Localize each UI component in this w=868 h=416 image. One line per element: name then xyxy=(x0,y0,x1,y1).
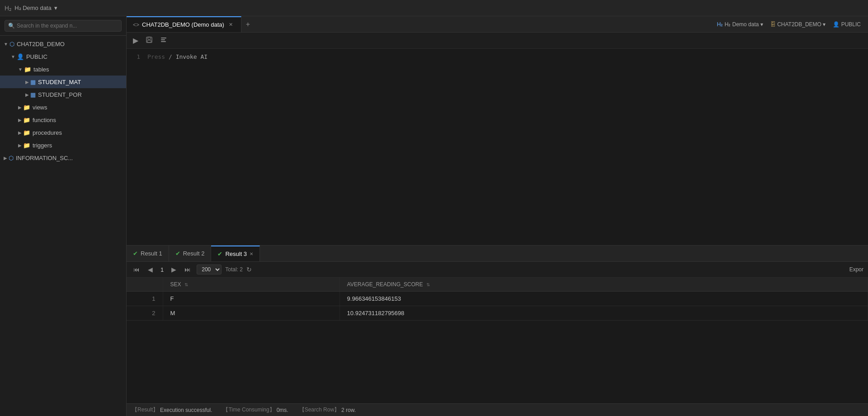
cell-rownum-1: 1 xyxy=(127,292,163,306)
tab-label: CHAT2DB_DEMO (Demo data) xyxy=(142,21,224,28)
header-schema[interactable]: 🗄 CHAT2DB_DEMO ▾ xyxy=(770,21,826,28)
save-button[interactable] xyxy=(144,35,155,46)
col-header-sex[interactable]: SEX ⇅ xyxy=(163,278,340,292)
results-area: ✔ Result 1 ✔ Result 2 ✔ Result 3 ✕ ⏮ ◀ 1 xyxy=(127,245,868,403)
format-button[interactable] xyxy=(158,35,169,46)
prev-page-btn[interactable]: ◀ xyxy=(146,265,155,274)
sidebar-item-chat2db-demo[interactable]: ▼ ⬡ CHAT2DB_DEMO xyxy=(0,38,126,50)
sidebar-item-label: INFORMATION_SC... xyxy=(16,155,73,161)
line-numbers: 1 xyxy=(131,53,140,241)
folder-icon: 📁 xyxy=(23,142,30,149)
svg-rect-5 xyxy=(161,41,166,42)
sidebar-item-label: triggers xyxy=(33,142,52,149)
arrow-icon: ▼ xyxy=(18,67,23,72)
svg-rect-4 xyxy=(161,39,165,40)
cell-sex-2: M xyxy=(163,306,340,321)
arrow-icon: ▶ xyxy=(18,118,22,123)
status-bar: 【Result】 Execution successful. 【Time Con… xyxy=(127,403,868,416)
table-icon: ▦ xyxy=(30,79,36,85)
sidebar-item-label: functions xyxy=(33,117,56,123)
sidebar-item-label: STUDENT_POR xyxy=(38,91,82,98)
header-schema-label: CHAT2DB_DEMO xyxy=(777,21,821,28)
sidebar-item-label: STUDENT_MAT xyxy=(38,79,81,85)
next-page-btn[interactable]: ▶ xyxy=(169,265,179,274)
arrow-icon: ▼ xyxy=(11,54,15,59)
sidebar-search-area: 🔍 xyxy=(0,16,126,36)
title-bar-label: H₂ Demo data xyxy=(14,5,52,11)
check-icon-1: ✔ xyxy=(133,250,138,257)
table-row: 2 M 10.924731182795698 xyxy=(127,306,868,321)
arrow-icon: ▶ xyxy=(18,143,22,148)
sidebar-item-views[interactable]: ▶ 📁 views xyxy=(0,101,126,113)
db-icon: H₂ xyxy=(5,5,12,12)
line-number: 1 xyxy=(131,53,140,60)
svg-rect-3 xyxy=(161,38,166,38)
result-tab-close-3[interactable]: ✕ xyxy=(250,251,253,256)
header-db[interactable]: H₂ H₂ Demo data ▾ xyxy=(717,21,763,28)
refresh-btn[interactable]: ↻ xyxy=(246,266,252,273)
schema-icon: 🗄 xyxy=(770,21,776,28)
main-layout: 🔍 ▼ ⬡ CHAT2DB_DEMO ▼ 👤 PUBLIC ▼ 📁 tables xyxy=(0,16,868,416)
sidebar-tree: ▼ ⬡ CHAT2DB_DEMO ▼ 👤 PUBLIC ▼ 📁 tables ▶… xyxy=(0,36,126,416)
table-icon: ▦ xyxy=(30,91,36,98)
result-tab-3[interactable]: ✔ Result 3 ✕ xyxy=(211,246,260,261)
cell-avg-2: 10.924731182795698 xyxy=(340,306,868,321)
svg-rect-1 xyxy=(148,37,151,39)
header-right: H₂ H₂ Demo data ▾ 🗄 CHAT2DB_DEMO ▾ 👤 PUB… xyxy=(710,16,868,33)
main-tab[interactable]: <> CHAT2DB_DEMO (Demo data) ✕ xyxy=(127,16,241,32)
status-search-label: 【Search Row】 xyxy=(299,406,340,414)
data-table: SEX ⇅ AVERAGE_READING_SCORE ⇅ 1 xyxy=(127,278,868,321)
col-header-rownum xyxy=(127,278,163,292)
data-table-wrapper: SEX ⇅ AVERAGE_READING_SCORE ⇅ 1 xyxy=(127,278,868,403)
sidebar-item-information-schema[interactable]: ▶ ⬡ INFORMATION_SC... xyxy=(0,151,126,164)
table-row: 1 F 9.9663461538461​53 xyxy=(127,292,868,306)
result-tab-1[interactable]: ✔ Result 1 xyxy=(127,246,169,261)
search-input[interactable] xyxy=(5,20,122,32)
sidebar-item-student-por[interactable]: ▶ ▦ STUDENT_POR xyxy=(0,88,126,101)
tab-close-btn[interactable]: ✕ xyxy=(227,21,235,28)
header-db-dropdown: ▾ xyxy=(760,21,763,28)
status-search-row: 【Search Row】 2 row. xyxy=(299,406,356,414)
editor-invoke-text: Invoke AI xyxy=(176,53,208,60)
result-tab-2[interactable]: ✔ Result 2 xyxy=(169,246,212,261)
last-page-btn[interactable]: ⏭ xyxy=(182,265,193,274)
result-tab-label-3: Result 3 xyxy=(225,251,247,257)
title-bar: H₂ H₂ Demo data ▾ xyxy=(0,0,868,16)
total-label: Total: 2 xyxy=(225,266,243,273)
search-wrapper: 🔍 xyxy=(5,20,122,32)
editor-content[interactable]: Press / Invoke AI xyxy=(147,53,863,241)
arrow-icon: ▶ xyxy=(25,92,29,97)
editor-area[interactable]: 1 Press / Invoke AI xyxy=(127,49,868,245)
cell-avg-1: 9.9663461538461​53 xyxy=(340,292,868,306)
sort-icon-avg: ⇅ xyxy=(426,282,430,287)
arrow-icon: ▼ xyxy=(4,42,8,47)
title-bar-left: H₂ H₂ Demo data ▾ xyxy=(5,5,131,12)
page-size-select[interactable]: 200 100 500 xyxy=(197,265,222,274)
sidebar-item-tables[interactable]: ▼ 📁 tables xyxy=(0,63,126,76)
status-time-value: 0ms. xyxy=(277,407,288,413)
col-header-avg-score[interactable]: AVERAGE_READING_SCORE ⇅ xyxy=(340,278,868,292)
result-tab-label-2: Result 2 xyxy=(183,250,205,257)
results-tabs: ✔ Result 1 ✔ Result 2 ✔ Result 3 ✕ xyxy=(127,246,868,262)
cell-sex-1: F xyxy=(163,292,340,306)
arrow-icon: ▶ xyxy=(25,80,29,85)
sidebar-item-public[interactable]: ▼ 👤 PUBLIC xyxy=(0,50,126,63)
status-result-label: 【Result】 xyxy=(132,406,158,414)
first-page-btn[interactable]: ⏮ xyxy=(131,265,142,274)
sidebar-item-student-mat[interactable]: ▶ ▦ STUDENT_MAT xyxy=(0,76,126,88)
tab-add-btn[interactable]: + xyxy=(241,20,255,28)
status-result-value: Execution successful. xyxy=(160,407,212,413)
sidebar-item-functions[interactable]: ▶ 📁 functions xyxy=(0,113,126,126)
pagination-bar: ⏮ ◀ 1 ▶ ⏭ 200 100 500 Total: 2 ↻ Expor xyxy=(127,262,868,278)
check-icon-2: ✔ xyxy=(175,250,180,257)
sidebar-item-label: CHAT2DB_DEMO xyxy=(17,41,65,47)
status-result: 【Result】 Execution successful. xyxy=(132,406,212,414)
sidebar-item-triggers[interactable]: ▶ 📁 triggers xyxy=(0,139,126,151)
run-button[interactable]: ▶ xyxy=(131,35,140,46)
sidebar-item-procedures[interactable]: ▶ 📁 procedures xyxy=(0,126,126,139)
header-schema-dropdown: ▾ xyxy=(823,21,826,28)
editor-slash: / xyxy=(169,53,176,60)
export-btn[interactable]: Expor xyxy=(849,266,863,273)
result-tab-label-1: Result 1 xyxy=(141,250,162,257)
title-bar-dropdown[interactable]: ▾ xyxy=(54,5,57,11)
